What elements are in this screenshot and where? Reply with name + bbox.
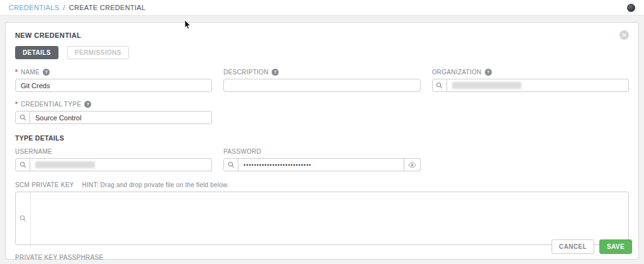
masked-value: [35, 161, 95, 168]
tab-details[interactable]: DETAILS: [15, 46, 58, 59]
description-input[interactable]: [223, 79, 420, 92]
private-key-passphrase-label: PRIVATE KEY PASSPHRASE: [15, 254, 103, 261]
organization-field-group: ORGANIZATION ?: [432, 69, 629, 92]
help-icon[interactable]: ?: [485, 69, 492, 76]
search-icon: [19, 114, 26, 121]
name-input[interactable]: [15, 79, 212, 92]
eye-icon: [408, 162, 416, 168]
new-credential-card: NEW CREDENTIAL ✕ DETAILS PERMISSIONS * N…: [5, 22, 639, 260]
username-input[interactable]: [30, 158, 212, 171]
help-icon[interactable]: ?: [272, 69, 279, 76]
avatar-icon[interactable]: [627, 4, 635, 12]
name-label: NAME: [21, 69, 40, 76]
search-icon: [228, 161, 235, 168]
description-label: DESCRIPTION: [223, 69, 269, 76]
credential-type-field-group: * CREDENTIAL TYPE ?: [15, 101, 212, 124]
save-button[interactable]: SAVE: [599, 239, 632, 254]
organization-input[interactable]: [447, 79, 629, 92]
type-details-section-title: TYPE DETAILS: [15, 134, 629, 142]
required-marker: *: [15, 69, 18, 76]
description-field-group: DESCRIPTION ?: [223, 69, 420, 92]
close-icon[interactable]: ✕: [619, 30, 629, 40]
username-label: USERNAME: [15, 148, 52, 155]
search-icon: [19, 215, 26, 222]
private-key-passphrase-field-group: PRIVATE KEY PASSPHRASE: [15, 254, 212, 264]
breadcrumb-credentials-link[interactable]: CREDENTIALS: [9, 4, 59, 11]
password-label: PASSWORD: [223, 148, 261, 155]
required-marker: *: [15, 101, 18, 108]
password-show-button[interactable]: [404, 158, 421, 171]
form-actions: CANCEL SAVE: [552, 239, 632, 254]
organization-label: ORGANIZATION: [432, 69, 482, 76]
page-body: NEW CREDENTIAL ✕ DETAILS PERMISSIONS * N…: [0, 16, 644, 264]
password-lookup-button[interactable]: [223, 158, 238, 171]
password-field-group: PASSWORD: [223, 148, 420, 171]
top-navbar: CREDENTIALS / CREATE CREDENTIAL: [0, 0, 644, 16]
form-row-1: * NAME ? DESCRIPTION ? ORGANIZATION ?: [15, 69, 629, 92]
scm-private-key-dropzone[interactable]: [15, 192, 629, 245]
help-icon[interactable]: ?: [84, 101, 91, 108]
card-header: NEW CREDENTIAL ✕: [15, 30, 629, 40]
password-input[interactable]: [238, 158, 404, 171]
organization-lookup-button[interactable]: [432, 79, 447, 92]
credential-type-lookup-button[interactable]: [15, 111, 30, 124]
breadcrumb-separator: /: [63, 4, 65, 11]
username-field-group: USERNAME: [15, 148, 212, 171]
scm-private-key-field-group: SCM PRIVATE KEY HINT: Drag and drop priv…: [15, 181, 629, 245]
help-icon[interactable]: ?: [43, 69, 50, 76]
tab-bar: DETAILS PERMISSIONS: [15, 46, 629, 59]
credential-type-input[interactable]: [30, 111, 212, 124]
cancel-button[interactable]: CANCEL: [552, 239, 594, 254]
credential-type-label: CREDENTIAL TYPE: [21, 101, 81, 108]
name-field-group: * NAME ?: [15, 69, 212, 92]
scm-private-key-lookup-button[interactable]: [16, 192, 31, 244]
scm-private-key-textarea[interactable]: [31, 192, 628, 244]
form-row-3: USERNAME PASSWORD: [15, 148, 629, 171]
scm-private-key-label: SCM PRIVATE KEY: [15, 181, 74, 188]
tab-permissions[interactable]: PERMISSIONS: [67, 46, 129, 59]
masked-value: [452, 82, 521, 89]
breadcrumb: CREDENTIALS / CREATE CREDENTIAL: [9, 4, 145, 11]
breadcrumb-current: CREATE CREDENTIAL: [69, 4, 146, 11]
scm-private-key-hint: HINT: Drag and drop private file on the …: [82, 181, 229, 188]
page-title: NEW CREDENTIAL: [15, 32, 81, 39]
search-icon: [436, 82, 443, 89]
search-icon: [19, 161, 26, 168]
username-lookup-button[interactable]: [15, 158, 30, 171]
